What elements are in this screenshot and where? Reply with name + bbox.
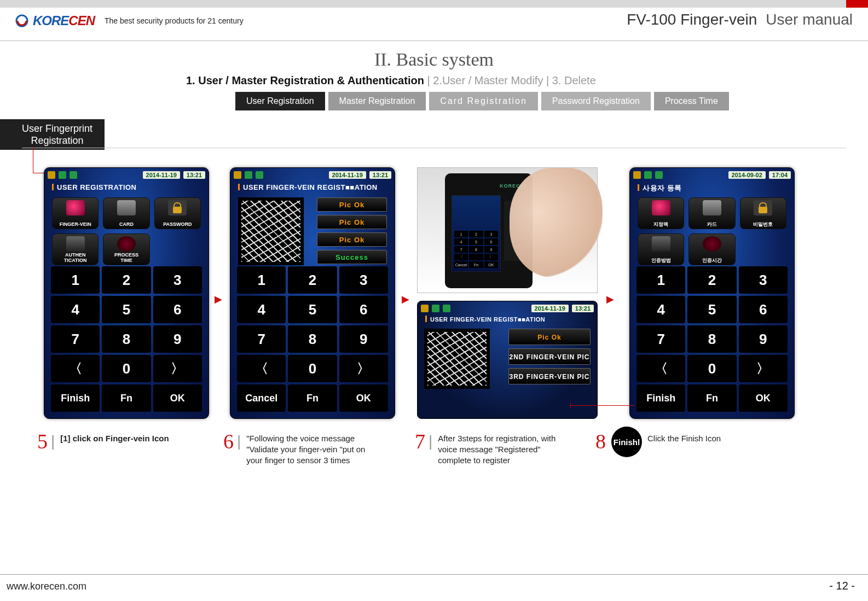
signal-icon	[59, 171, 66, 179]
status-time: 13:21	[572, 305, 594, 312]
key-6[interactable]: 6	[153, 296, 202, 323]
key-7[interactable]: 7	[51, 325, 100, 353]
arrow-right-icon: ▶	[215, 293, 222, 305]
key-9[interactable]: 9	[339, 325, 388, 353]
key-2[interactable]: 2	[288, 266, 337, 294]
key-5[interactable]: 5	[288, 296, 337, 323]
key-3[interactable]: 3	[739, 266, 788, 294]
password-button[interactable]: PASSWORD	[154, 197, 201, 229]
step-number: 7	[415, 433, 425, 450]
key-left[interactable]: 〈	[51, 355, 100, 382]
status-2nd-pic: 2ND FINGER-VEIN PIC	[508, 348, 591, 365]
status-date: 2014-11-19	[143, 171, 180, 179]
arrow-right-icon: ▶	[606, 293, 614, 305]
tab-user-registration[interactable]: User Registration	[235, 92, 325, 110]
key-ok[interactable]: OK	[153, 384, 202, 412]
key-9[interactable]: 9	[153, 325, 202, 353]
keypad: 123 456 789 〈0〉 FinishFnOK	[51, 266, 202, 412]
step-6: 6| "Following the voice message "Validat…	[223, 433, 378, 466]
step-8: 8 Finishl Click the Finish Icon	[595, 433, 721, 457]
finger-vein-button[interactable]: FINGER-VEIN	[52, 197, 99, 229]
key-8[interactable]: 8	[687, 325, 736, 353]
key-3[interactable]: 3	[153, 266, 202, 294]
card-button[interactable]: 카드	[688, 197, 735, 229]
key-fn[interactable]: Fn	[102, 384, 151, 412]
key-5[interactable]: 5	[687, 296, 736, 323]
key-4[interactable]: 4	[51, 296, 100, 323]
key-8[interactable]: 8	[102, 325, 151, 353]
key-9[interactable]: 9	[739, 325, 788, 353]
breadcrumb-active: 1. User / Master Registration & Authenti…	[186, 74, 424, 86]
signal-icon	[644, 171, 652, 179]
clock-icon	[703, 236, 721, 252]
tab-card-registration[interactable]: Card Registration	[429, 92, 538, 110]
key-7[interactable]: 7	[237, 325, 286, 353]
status-date: 2014-11-19	[531, 305, 569, 312]
status-time: 13:21	[369, 171, 391, 179]
process-time-button[interactable]: PROCESSTIME	[103, 234, 149, 265]
key-right[interactable]: 〉	[739, 355, 788, 382]
finger-vein-button[interactable]: 지정맥	[638, 197, 684, 229]
battery-icon	[655, 171, 663, 179]
key-left[interactable]: 〈	[237, 355, 286, 382]
key-right[interactable]: 〉	[339, 355, 388, 382]
key-fn[interactable]: Fn	[288, 384, 337, 412]
hand-illustration	[510, 168, 603, 277]
key-finish[interactable]: Finish	[636, 384, 685, 412]
key-fn[interactable]: Fn	[687, 384, 736, 412]
brand-text-blue: KORE	[33, 13, 68, 28]
card-button[interactable]: CARD	[103, 197, 149, 229]
key-3[interactable]: 3	[339, 266, 388, 294]
card-icon	[703, 200, 721, 215]
key-2[interactable]: 2	[102, 266, 151, 294]
status-pic-ok: Pic Ok	[317, 197, 387, 212]
authentication-button[interactable]: 인증방법	[638, 234, 684, 265]
key-0[interactable]: 0	[102, 355, 151, 382]
signal-icon	[432, 305, 439, 312]
section-divider	[22, 148, 846, 148]
tab-process-time[interactable]: Process Time	[654, 92, 729, 110]
key-2[interactable]: 2	[687, 266, 736, 294]
key-right[interactable]: 〉	[153, 355, 202, 382]
tab-master-registration[interactable]: Master Registration	[328, 92, 426, 110]
finish-badge-icon: Finishl	[611, 427, 642, 457]
key-ok[interactable]: OK	[739, 384, 788, 412]
key-left[interactable]: 〈	[636, 355, 685, 382]
battery-icon	[70, 171, 77, 179]
arrow-right-icon: ▶	[402, 293, 409, 305]
battery-icon	[443, 305, 450, 312]
status-date: 2014-11-19	[329, 171, 366, 179]
key-7[interactable]: 7	[636, 325, 685, 353]
process-time-button[interactable]: 인증시간	[688, 234, 735, 265]
vein-pattern-image	[424, 329, 490, 389]
key-0[interactable]: 0	[687, 355, 736, 382]
key-6[interactable]: 6	[739, 296, 788, 323]
key-finish[interactable]: Finish	[51, 384, 100, 412]
key-1[interactable]: 1	[51, 266, 100, 294]
key-0[interactable]: 0	[288, 355, 337, 382]
step-text: [1] click on Finger-vein Icon	[60, 433, 169, 444]
status-time: 17:04	[769, 171, 791, 179]
key-5[interactable]: 5	[102, 296, 151, 323]
key-cancel[interactable]: Cancel	[237, 384, 286, 412]
key-4[interactable]: 4	[636, 296, 685, 323]
key-1[interactable]: 1	[636, 266, 685, 294]
keys-icon	[66, 236, 85, 252]
key-6[interactable]: 6	[339, 296, 388, 323]
key-ok[interactable]: OK	[339, 384, 388, 412]
password-button[interactable]: 비밀번호	[740, 197, 786, 229]
signal-icon	[245, 171, 252, 179]
brand-tagline: The best security products for 21 centur…	[105, 16, 244, 25]
authentication-button[interactable]: AUTHENTICATION	[52, 234, 99, 265]
footer-url: www.korecen.com	[7, 581, 86, 592]
breadcrumb-item: 3. Delete	[552, 74, 596, 86]
key-8[interactable]: 8	[288, 325, 337, 353]
section-label: User Fingerprint Registration	[0, 119, 105, 150]
key-1[interactable]: 1	[237, 266, 286, 294]
status-pic-ok: Pic Ok	[317, 232, 387, 247]
screen-title: USER FINGER-VEIN REGIST■■ATION	[238, 183, 378, 191]
bell-icon	[48, 171, 55, 179]
bell-icon	[234, 171, 241, 179]
key-4[interactable]: 4	[237, 296, 286, 323]
tab-password-registration[interactable]: Password Registration	[541, 92, 651, 110]
